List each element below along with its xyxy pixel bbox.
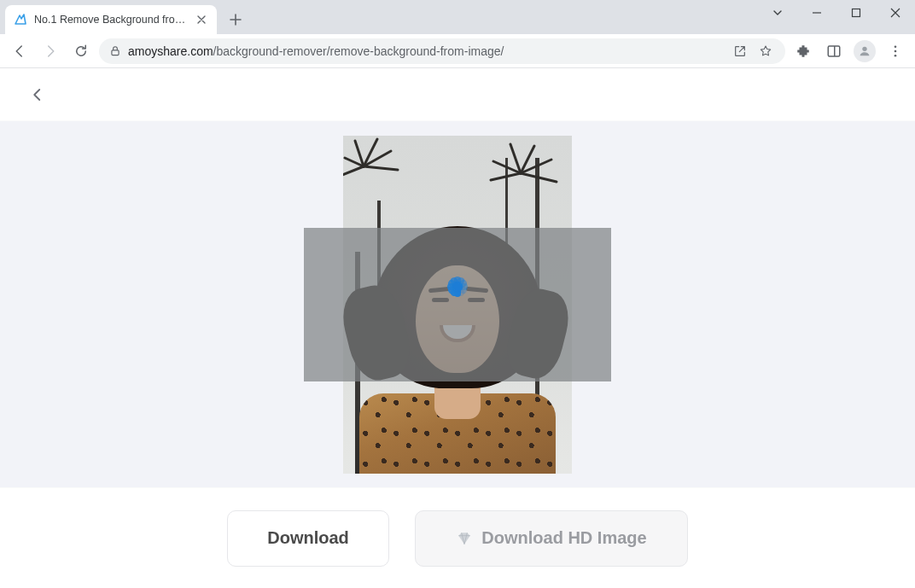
nav-back-button[interactable] — [7, 38, 32, 64]
download-hd-button[interactable]: Download HD Image — [415, 510, 688, 567]
sidepanel-icon[interactable] — [821, 38, 847, 64]
page-topbar — [0, 68, 915, 121]
action-bar: Download Download HD Image — [0, 487, 915, 588]
new-tab-button[interactable] — [224, 8, 248, 32]
svg-rect-0 — [853, 9, 860, 17]
nav-forward-button[interactable] — [38, 38, 63, 64]
browser-titlebar: No.1 Remove Background from I — [0, 0, 915, 34]
download-button[interactable]: Download — [227, 510, 389, 567]
tab-favicon-icon — [14, 13, 27, 26]
download-hd-button-label: Download HD Image — [481, 528, 646, 548]
url-text: amoyshare.com/background-remover/remove-… — [128, 44, 724, 58]
share-icon[interactable] — [731, 38, 749, 64]
browser-toolbar: amoyshare.com/background-remover/remove-… — [0, 34, 915, 68]
download-button-label: Download — [267, 528, 349, 548]
address-bar[interactable]: amoyshare.com/background-remover/remove-… — [99, 38, 785, 64]
page-back-button[interactable] — [26, 83, 50, 107]
svg-point-4 — [862, 46, 866, 50]
svg-point-6 — [895, 49, 897, 52]
image-canvas — [0, 121, 915, 487]
nav-reload-button[interactable] — [68, 38, 94, 64]
kebab-menu-icon[interactable] — [883, 38, 908, 64]
tab-title: No.1 Remove Background from I — [34, 14, 188, 26]
loading-spinner-icon — [430, 277, 485, 332]
bookmark-star-icon[interactable] — [756, 38, 775, 64]
window-maximize-button[interactable] — [836, 0, 876, 26]
page-content: Download Download HD Image — [0, 68, 915, 588]
svg-rect-1 — [112, 49, 119, 55]
profile-avatar[interactable] — [852, 38, 877, 64]
svg-point-7 — [895, 54, 897, 56]
extensions-icon[interactable] — [790, 38, 816, 64]
window-minimize-button[interactable] — [797, 0, 836, 26]
tab-search-button[interactable] — [758, 0, 797, 26]
browser-tab[interactable]: No.1 Remove Background from I — [5, 5, 217, 34]
svg-point-5 — [895, 45, 897, 48]
lock-icon — [109, 45, 121, 57]
loading-overlay — [304, 228, 611, 381]
tab-close-button[interactable] — [195, 13, 208, 26]
diamond-icon — [456, 530, 473, 547]
window-close-button[interactable] — [876, 0, 915, 26]
